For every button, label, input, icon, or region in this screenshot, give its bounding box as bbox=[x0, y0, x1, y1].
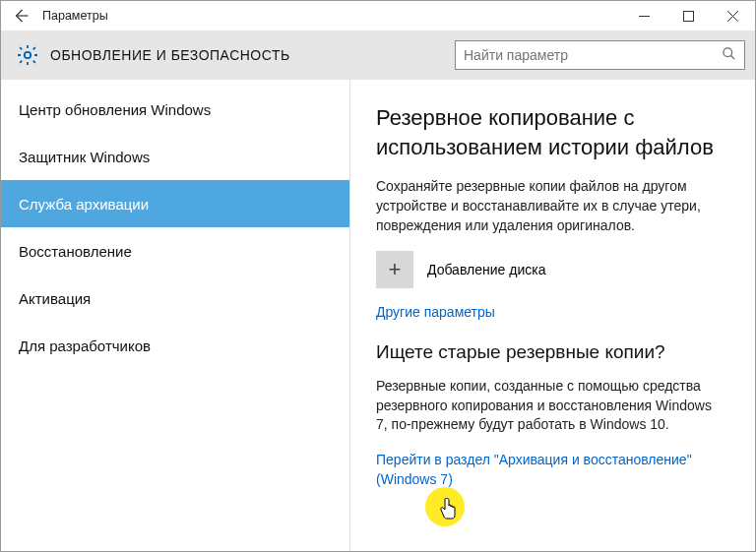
plus-icon: + bbox=[376, 251, 413, 288]
titlebar: Параметры bbox=[1, 1, 755, 31]
gear-icon bbox=[11, 38, 44, 72]
sidebar-item-windows-update[interactable]: Центр обновления Windows bbox=[1, 86, 349, 133]
svg-rect-1 bbox=[684, 11, 694, 21]
add-drive-button[interactable]: + Добавление диска bbox=[376, 251, 725, 288]
sidebar-item-backup[interactable]: Служба архивации bbox=[1, 180, 349, 227]
svg-point-4 bbox=[25, 52, 31, 58]
close-button[interactable] bbox=[711, 1, 755, 31]
back-button[interactable] bbox=[1, 1, 40, 31]
svg-point-5 bbox=[724, 48, 732, 57]
sidebar-item-defender[interactable]: Защитник Windows bbox=[1, 133, 349, 180]
backup-description: Сохраняйте резервные копии файлов на дру… bbox=[376, 177, 725, 235]
legacy-description: Резервные копии, созданные с помощью сре… bbox=[376, 377, 725, 435]
legacy-heading: Ищете старые резервные копии? bbox=[376, 341, 725, 363]
body: Центр обновления Windows Защитник Window… bbox=[1, 80, 755, 551]
header: ОБНОВЛЕНИЕ И БЕЗОПАСНОСТЬ bbox=[1, 31, 755, 80]
minimize-button[interactable] bbox=[622, 1, 666, 31]
legacy-backup-link[interactable]: Перейти в раздел "Архивация и восстановл… bbox=[376, 451, 725, 489]
category-title: ОБНОВЛЕНИЕ И БЕЗОПАСНОСТЬ bbox=[50, 47, 290, 63]
search-box[interactable] bbox=[455, 40, 745, 70]
search-icon bbox=[722, 46, 736, 64]
search-input[interactable] bbox=[464, 47, 722, 63]
svg-line-6 bbox=[731, 56, 735, 60]
add-drive-label: Добавление диска bbox=[427, 262, 545, 277]
window-title: Параметры bbox=[40, 9, 108, 23]
sidebar-item-recovery[interactable]: Восстановление bbox=[1, 227, 349, 275]
sidebar: Центр обновления Windows Защитник Window… bbox=[1, 80, 350, 551]
sidebar-item-activation[interactable]: Активация bbox=[1, 275, 349, 322]
settings-window: Параметры ОБНОВЛЕНИЕ И БЕЗОПАСНОСТЬ bbox=[0, 0, 756, 552]
more-options-link[interactable]: Другие параметры bbox=[376, 304, 495, 320]
content-pane: Резервное копирование с использованием и… bbox=[350, 80, 755, 551]
maximize-button[interactable] bbox=[666, 1, 711, 31]
page-heading: Резервное копирование с использованием и… bbox=[376, 103, 725, 161]
sidebar-item-for-developers[interactable]: Для разработчиков bbox=[1, 322, 349, 369]
